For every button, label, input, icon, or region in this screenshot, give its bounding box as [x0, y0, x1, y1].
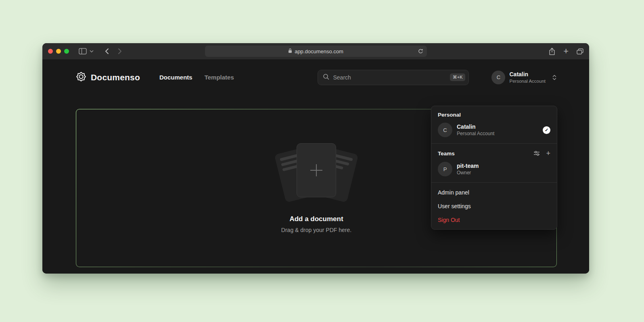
team-name: pit-team [457, 163, 479, 169]
personal-account-name: Catalin [457, 123, 494, 130]
check-icon: ✓ [543, 126, 550, 134]
menu-item-admin-panel[interactable]: Admin panel [431, 186, 557, 199]
account-menu-button[interactable]: C Catalin Personal Account [491, 71, 557, 84]
nav-templates[interactable]: Templates [205, 74, 234, 81]
forward-button[interactable] [118, 48, 122, 54]
document-card-add [297, 143, 336, 197]
search-bar: ⌘+K [318, 70, 469, 85]
window-controls [48, 49, 69, 54]
teams-section-header: Teams + [431, 146, 557, 159]
dropzone-subtitle: Drag & drop your PDF here. [281, 227, 351, 233]
personal-account-text: Catalin Personal Account [457, 123, 494, 137]
chevron-up-down-icon [552, 74, 557, 81]
documenso-logo[interactable]: Documenso [76, 71, 140, 84]
dropzone-title: Add a document [289, 215, 343, 223]
team-avatar: P [438, 162, 452, 176]
menu-divider [431, 182, 557, 183]
new-tab-icon[interactable]: + [563, 47, 569, 56]
sidebar-toggle-icon[interactable] [79, 48, 87, 54]
zoom-window-button[interactable] [64, 49, 69, 54]
main-nav: Documents Templates [159, 74, 234, 81]
search-icon [323, 73, 329, 82]
personal-section-label: Personal [431, 108, 557, 119]
app-header: Documenso Documents Templates ⌘+K C [76, 59, 557, 95]
plus-icon [310, 164, 322, 176]
menu-divider [431, 143, 557, 144]
personal-account-item[interactable]: C Catalin Personal Account ✓ [431, 119, 557, 140]
titlebar-right-actions: + [549, 43, 583, 59]
documenso-logo-icon [76, 71, 86, 84]
refresh-icon[interactable] [418, 49, 423, 54]
nav-documents[interactable]: Documents [159, 74, 192, 81]
back-button[interactable] [105, 48, 109, 54]
personal-account-subtitle: Personal Account [457, 131, 494, 136]
lock-icon [288, 48, 292, 54]
tab-overview-icon[interactable] [577, 48, 583, 54]
teams-section-label: Teams [438, 151, 455, 157]
documenso-app: Documenso Documents Templates ⌘+K C [42, 59, 589, 274]
team-item[interactable]: P pit-team Owner [431, 159, 557, 180]
chevron-down-icon[interactable] [90, 50, 94, 52]
teams-actions: + [533, 150, 550, 157]
account-text: Catalin Personal Account [509, 71, 546, 84]
account-subtitle: Personal Account [509, 79, 546, 84]
menu-item-user-settings[interactable]: User settings [431, 199, 557, 213]
share-icon[interactable] [549, 48, 555, 55]
document-cards-illustration [274, 143, 359, 205]
account-name: Catalin [509, 71, 546, 78]
browser-window: app.documenso.com + [42, 43, 589, 274]
avatar: C [491, 71, 505, 84]
address-bar[interactable]: app.documenso.com [205, 46, 427, 57]
brand-name: Documenso [91, 73, 140, 82]
search-shortcut-badge: ⌘+K [450, 73, 466, 81]
minimize-window-button[interactable] [56, 49, 61, 54]
account-dropdown-menu: Personal C Catalin Personal Account ✓ Te… [431, 106, 557, 230]
menu-item-sign-out[interactable]: Sign Out [431, 213, 557, 227]
desktop-background: app.documenso.com + [0, 0, 644, 322]
url-text: app.documenso.com [295, 48, 343, 54]
browser-titlebar: app.documenso.com + [42, 43, 589, 59]
add-team-icon[interactable]: + [546, 150, 550, 157]
search-input[interactable] [333, 74, 446, 81]
close-window-button[interactable] [48, 49, 53, 54]
team-text: pit-team Owner [457, 163, 479, 176]
manage-teams-icon[interactable] [533, 151, 540, 156]
avatar: C [438, 123, 452, 137]
team-role: Owner [457, 170, 479, 176]
